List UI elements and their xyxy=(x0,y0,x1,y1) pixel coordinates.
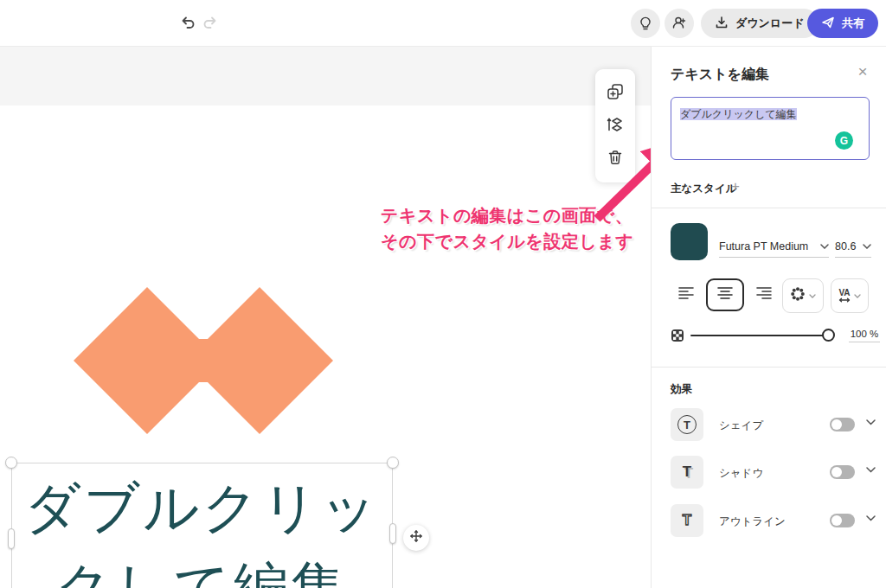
ideas-button[interactable] xyxy=(631,9,660,38)
opacity-slider-track[interactable] xyxy=(690,335,829,336)
outline-effect-button[interactable]: T xyxy=(671,504,703,537)
panel-title: テキストを編集 xyxy=(671,66,769,84)
canvas-margin xyxy=(0,47,651,105)
redo-icon xyxy=(202,14,219,34)
transparency-icon xyxy=(671,329,684,346)
send-icon xyxy=(821,16,835,32)
chevron-down-icon[interactable] xyxy=(866,419,876,425)
font-family-select[interactable]: Futura PT Medium xyxy=(719,235,829,258)
share-label: 共有 xyxy=(842,16,864,31)
resize-handle-top-left[interactable] xyxy=(5,457,17,469)
letter-spacing-icon: VA xyxy=(838,289,851,303)
shape-effect-button[interactable]: T xyxy=(671,408,703,441)
double-arrow-shape[interactable] xyxy=(69,283,333,438)
selected-text-element[interactable]: ダブルクリックして編集 xyxy=(11,463,393,588)
text-shape-options-button[interactable] xyxy=(782,278,824,313)
font-family-value: Futura PT Medium xyxy=(719,240,808,252)
shape-effect-toggle[interactable] xyxy=(830,418,855,431)
close-icon[interactable]: × xyxy=(853,62,872,81)
download-icon xyxy=(715,16,729,32)
align-right-icon xyxy=(756,287,772,303)
opacity-row: 100 % xyxy=(652,327,886,344)
align-right-button[interactable] xyxy=(750,278,778,311)
resize-handle-left[interactable] xyxy=(8,528,15,549)
flower-dots-icon xyxy=(790,286,806,305)
styles-section-title: 主なスタイル xyxy=(671,182,736,196)
annotation-line-2: その下でスタイルを設定します xyxy=(381,228,649,254)
effects-section-title: 効果 xyxy=(671,382,692,397)
letter-spacing-button[interactable]: VA xyxy=(831,278,869,313)
effect-row-outline: T アウトライン xyxy=(652,504,886,537)
text-edit-field[interactable]: ダブルクリックして編集 G xyxy=(671,97,870,160)
annotation-arrow xyxy=(567,130,651,232)
chevron-down-icon xyxy=(863,244,871,249)
align-center-button[interactable] xyxy=(706,278,744,311)
add-person-icon xyxy=(671,15,687,33)
effect-row-shadow: T シャドウ xyxy=(652,456,886,489)
canvas-text[interactable]: ダブルクリックして編集 xyxy=(11,463,393,588)
share-button[interactable]: 共有 xyxy=(807,9,878,38)
effect-label: シェイプ xyxy=(719,419,763,433)
align-left-icon xyxy=(678,287,694,303)
lightbulb-icon xyxy=(638,15,653,33)
align-left-button[interactable] xyxy=(672,278,700,311)
text-color-swatch[interactable] xyxy=(671,223,708,260)
align-center-icon xyxy=(717,287,733,303)
alignment-row: VA xyxy=(652,278,886,313)
grammarly-icon[interactable]: G xyxy=(835,131,853,150)
font-size-value: 80.6 xyxy=(835,240,856,252)
undo-button[interactable] xyxy=(178,14,197,33)
top-toolbar: ダウンロード 共有 xyxy=(0,0,886,47)
add-style-button[interactable]: + xyxy=(731,178,740,195)
undo-icon xyxy=(179,14,196,34)
chevron-down-icon xyxy=(854,294,861,298)
chevron-down-icon xyxy=(809,294,816,298)
opacity-value[interactable]: 100 % xyxy=(849,329,880,342)
edit-text-panel: テキストを編集 × ダブルクリックして編集 G 主なスタイル + Futura … xyxy=(651,47,886,588)
shadow-effect-icon: T xyxy=(683,463,691,481)
shadow-effect-toggle[interactable] xyxy=(830,465,855,479)
move-handle[interactable] xyxy=(403,525,429,551)
text-edit-value[interactable]: ダブルクリックして編集 xyxy=(680,108,797,120)
invite-button[interactable] xyxy=(664,9,694,38)
font-size-select[interactable]: 80.6 xyxy=(835,235,871,258)
chevron-down-icon[interactable] xyxy=(866,467,876,473)
resize-handle-top-right[interactable] xyxy=(387,457,399,469)
effect-label: シャドウ xyxy=(719,466,763,481)
divider xyxy=(652,208,886,208)
redo-button[interactable] xyxy=(201,14,220,33)
outline-effect-icon: T xyxy=(683,512,691,529)
canvas-area: テキストの編集はこの画面で、 その下でスタイルを設定します ダブルクリックして編… xyxy=(0,47,651,588)
outline-effect-toggle[interactable] xyxy=(830,514,855,527)
resize-handle-right[interactable] xyxy=(389,523,396,544)
shadow-effect-button[interactable]: T xyxy=(671,456,703,489)
shape-effect-icon: T xyxy=(677,415,697,434)
chevron-down-icon[interactable] xyxy=(866,515,876,521)
effect-label: アウトライン xyxy=(719,514,786,529)
move-icon xyxy=(409,529,423,546)
chevron-down-icon xyxy=(820,244,829,249)
duplicate-button[interactable] xyxy=(602,80,628,105)
opacity-slider-knob[interactable] xyxy=(822,329,835,342)
download-button[interactable]: ダウンロード xyxy=(701,9,819,38)
divider xyxy=(652,367,886,368)
download-label: ダウンロード xyxy=(735,16,805,31)
effect-row-shape: T シェイプ xyxy=(652,408,886,441)
duplicate-icon xyxy=(606,82,625,104)
